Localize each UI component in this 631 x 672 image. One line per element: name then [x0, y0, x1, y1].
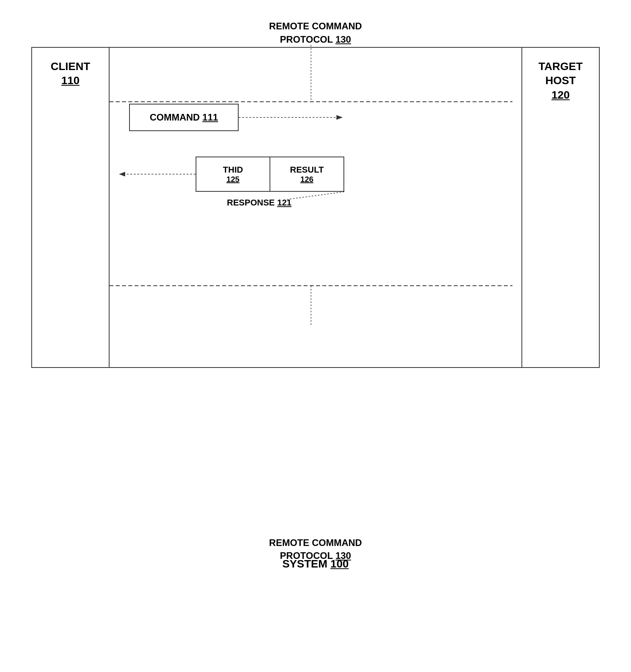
- main-rect: [31, 47, 600, 368]
- client-label: CLIENT 110: [50, 59, 90, 88]
- command-text: COMMAND 111: [150, 112, 218, 123]
- command-label: COMMAND: [150, 112, 200, 123]
- rcp-top-num: 130: [335, 34, 351, 45]
- result-cell: RESULT 126: [270, 157, 343, 191]
- client-num: 110: [50, 74, 90, 88]
- command-num: 111: [202, 112, 218, 123]
- response-text: RESPONSE: [227, 198, 275, 207]
- rcp-bottom-line1: REMOTE COMMAND: [269, 537, 362, 548]
- client-text: CLIENT: [50, 59, 90, 74]
- response-num: 121: [277, 198, 291, 207]
- target-line1: TARGET: [538, 59, 582, 74]
- thid-num: 125: [227, 175, 239, 184]
- system-text: SYSTEM: [282, 558, 327, 570]
- thid-label: THID: [223, 165, 243, 175]
- result-label: RESULT: [290, 165, 324, 175]
- rcp-top-line2: PROTOCOL: [280, 34, 333, 45]
- client-box: CLIENT 110: [31, 47, 110, 368]
- target-num: 120: [538, 88, 582, 102]
- target-line2: HOST: [538, 74, 582, 88]
- rcp-top: REMOTE COMMAND PROTOCOL 130: [110, 20, 521, 46]
- thid-cell: THID 125: [196, 157, 270, 191]
- system-num: 100: [331, 558, 349, 570]
- rcp-top-line1: REMOTE COMMAND: [269, 21, 362, 31]
- response-label: RESPONSE 121: [227, 198, 291, 208]
- system-label: SYSTEM 100: [31, 558, 600, 570]
- response-box: THID 125 RESULT 126: [196, 157, 344, 192]
- diagram-container: CLIENT 110 TARGET HOST 120 REMOTE COMMAN…: [31, 16, 600, 594]
- result-num: 126: [300, 175, 313, 184]
- rcp-top-text: REMOTE COMMAND PROTOCOL 130: [110, 20, 521, 46]
- target-label: TARGET HOST 120: [538, 59, 582, 102]
- target-box: TARGET HOST 120: [521, 47, 600, 368]
- command-box: COMMAND 111: [129, 104, 239, 131]
